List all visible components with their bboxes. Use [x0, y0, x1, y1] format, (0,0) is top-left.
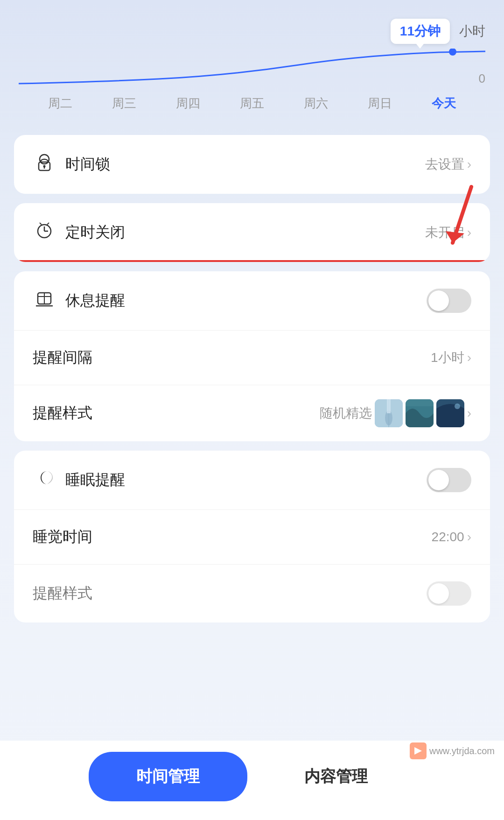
- remind-interval-value: 1小时: [431, 349, 464, 367]
- remind-style-row[interactable]: 提醒样式 随机精选: [14, 385, 490, 441]
- remind-style-label: 提醒样式: [33, 403, 92, 424]
- watermark-logo: [410, 742, 427, 759]
- svg-point-0: [449, 49, 456, 56]
- rest-reminder-row: 休息提醒: [14, 271, 490, 331]
- svg-line-8: [40, 223, 42, 225]
- rest-reminder-label: 休息提醒: [65, 290, 125, 311]
- svg-rect-19: [406, 399, 434, 406]
- watermark-text: www.ytrjda.com: [429, 746, 495, 756]
- day-wed[interactable]: 周三: [107, 91, 141, 116]
- remind-interval-chevron: ›: [467, 350, 471, 365]
- content-management-tab[interactable]: 内容管理: [257, 752, 415, 801]
- scheduled-close-icon: [33, 220, 56, 245]
- day-sat[interactable]: 周六: [299, 91, 333, 116]
- scheduled-close-status: 未开启: [425, 224, 464, 241]
- day-fri[interactable]: 周五: [235, 91, 269, 116]
- watermark: www.ytrjda.com: [410, 742, 495, 759]
- remind-style-thumbs: [375, 399, 464, 427]
- days-row: 周二 周三 周四 周五 周六 周日 今天: [19, 91, 485, 116]
- time-value: 11分钟: [391, 19, 450, 44]
- thumb-2: [406, 399, 434, 427]
- remind-interval-row[interactable]: 提醒间隔 1小时 ›: [14, 331, 490, 385]
- sleep-time-row[interactable]: 睡觉时间 22:00 ›: [14, 510, 490, 565]
- thumb-3: [436, 399, 464, 427]
- svg-rect-17: [387, 399, 391, 413]
- scheduled-close-chevron: ›: [467, 225, 471, 240]
- time-management-tab[interactable]: 时间管理: [89, 752, 247, 801]
- time-lock-row[interactable]: 时间锁 去设置 ›: [14, 135, 490, 194]
- settings-cards: 时间锁 去设置 › 定时关闭: [0, 135, 504, 622]
- sleep-reminder-card: 睡眠提醒 睡觉时间 22:00 › 提醒样式: [14, 451, 490, 622]
- time-lock-chevron: ›: [467, 157, 471, 172]
- chart-zero-label: 0: [479, 71, 485, 86]
- day-sun[interactable]: 周日: [363, 91, 397, 116]
- scheduled-close-label: 定时关闭: [65, 222, 125, 243]
- remind-style-chevron: ›: [467, 406, 471, 421]
- sleep-style-label: 提醒样式: [33, 583, 92, 604]
- svg-point-21: [455, 403, 460, 409]
- day-tue[interactable]: 周二: [43, 91, 77, 116]
- time-lock-card: 时间锁 去设置 ›: [14, 135, 490, 194]
- sleep-time-value: 22:00: [432, 530, 464, 544]
- thumb-1: [375, 399, 403, 427]
- usage-chart: 0: [19, 49, 485, 86]
- time-unit: 小时: [459, 22, 485, 40]
- rest-reminder-icon: [33, 288, 56, 313]
- scheduled-close-card: 定时关闭 未开启 ›: [14, 203, 490, 262]
- scheduled-close-row[interactable]: 定时关闭 未开启 ›: [14, 203, 490, 262]
- rest-reminder-toggle[interactable]: [427, 289, 471, 313]
- time-lock-label: 时间锁: [65, 154, 110, 175]
- sleep-reminder-icon: [33, 467, 56, 493]
- sleep-reminder-label: 睡眠提醒: [65, 470, 125, 490]
- remind-style-value: 随机精选: [320, 404, 372, 422]
- sleep-time-label: 睡觉时间: [33, 527, 92, 547]
- sleep-style-toggle[interactable]: [427, 581, 471, 606]
- time-lock-icon: [33, 152, 56, 177]
- sleep-reminder-toggle[interactable]: [427, 468, 471, 492]
- sleep-style-row[interactable]: 提醒样式: [14, 565, 490, 622]
- day-today[interactable]: 今天: [427, 91, 461, 116]
- day-thu[interactable]: 周四: [171, 91, 205, 116]
- svg-line-9: [47, 223, 49, 225]
- sleep-time-chevron: ›: [467, 530, 471, 544]
- svg-point-3: [43, 165, 46, 168]
- rest-reminder-card: 休息提醒 提醒间隔 1小时 › 提醒样式 随机精选: [14, 271, 490, 441]
- time-lock-action: 去设置: [425, 156, 464, 173]
- sleep-reminder-row: 睡眠提醒: [14, 451, 490, 510]
- remind-interval-label: 提醒间隔: [33, 347, 92, 368]
